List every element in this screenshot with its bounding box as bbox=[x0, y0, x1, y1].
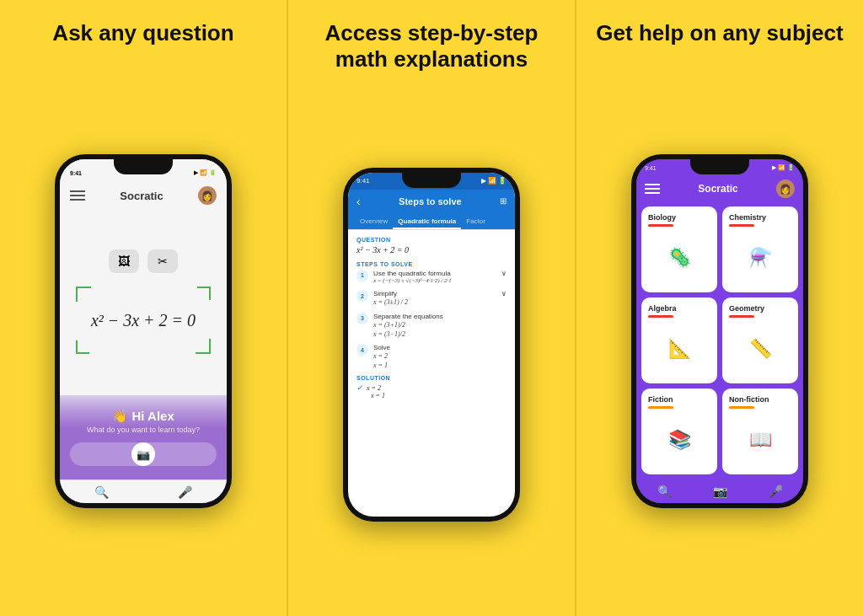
panel3-title: Get help on any subject bbox=[596, 20, 843, 46]
s2-step-title-1: Use the quadratic formula ∨ bbox=[373, 270, 507, 277]
s2-solution-item-1: ✓ x = 2 bbox=[356, 383, 507, 392]
s2-step-3: 3 Separate the equations x = (3+1)/2x = … bbox=[356, 313, 507, 339]
s3-algebra-bar bbox=[648, 315, 673, 318]
s2-share-icon[interactable]: ⊞ bbox=[500, 196, 507, 206]
s3-chemistry-title: Chemistry bbox=[729, 213, 791, 222]
s3-algebra-title: Algebra bbox=[648, 304, 710, 313]
s1-icon-row: 🖼 ✂ bbox=[109, 249, 178, 273]
s3-geometry-img: 📏 bbox=[729, 321, 791, 377]
phone3-screen: 9:41 ▶ 📶 🔋 Socratic 👩 bbox=[636, 159, 803, 503]
s3-menu-icon[interactable] bbox=[645, 184, 660, 194]
s2-tabs: Overview Quadratic formula Factor bbox=[348, 213, 515, 230]
s2-step-title-text-4: Solve bbox=[373, 344, 390, 351]
s2-step-title-4: Solve bbox=[373, 344, 507, 351]
s1-tab-search[interactable]: 🔍 bbox=[94, 485, 109, 499]
s3-tab-mic[interactable]: 🎤 bbox=[769, 485, 783, 498]
s2-steps-label: STEPS TO SOLVE bbox=[356, 261, 507, 267]
s2-content: QUESTION x² − 3x + 2 = 0 STEPS TO SOLVE … bbox=[348, 230, 515, 517]
s2-question: x² − 3x + 2 = 0 bbox=[356, 245, 507, 254]
s2-step-content-1: Use the quadratic formula ∨ x = (−(−3) ±… bbox=[373, 270, 507, 286]
s1-topbar: Socratic 👩 bbox=[60, 183, 227, 208]
s3-fiction-bar bbox=[648, 406, 673, 409]
s2-step-title-text-2: Simplify bbox=[373, 290, 397, 297]
menu-icon[interactable] bbox=[70, 190, 85, 201]
s2-solution-label: SOLUTION bbox=[356, 375, 507, 381]
s2-step-chevron-2[interactable]: ∨ bbox=[501, 290, 507, 297]
s1-scan-icon[interactable]: ✂ bbox=[147, 249, 178, 273]
s3-fiction-title: Fiction bbox=[648, 395, 710, 404]
phone1-notch bbox=[114, 159, 173, 174]
s2-topbar: ‹ Steps to solve ⊞ bbox=[348, 190, 515, 213]
s2-tab-factor[interactable]: Factor bbox=[461, 213, 490, 229]
panel-steps: Access step-by-step math explanations 9:… bbox=[288, 0, 575, 616]
s2-tab-overview[interactable]: Overview bbox=[355, 213, 393, 229]
s2-time: 9:41 bbox=[356, 177, 370, 185]
phone2-notch bbox=[402, 173, 461, 188]
s2-step-math-4: x = 2x = 1 bbox=[373, 351, 507, 370]
s3-card-biology[interactable]: Biology 🦠 bbox=[641, 206, 717, 292]
s1-tab-mic[interactable]: 🎤 bbox=[178, 485, 192, 499]
s2-step-4: 4 Solve x = 2x = 1 bbox=[356, 344, 507, 370]
s3-geometry-title: Geometry bbox=[729, 304, 791, 313]
s1-subtitle: What do you want to learn today? bbox=[87, 426, 200, 434]
s1-greeting: 👋 Hi Alex bbox=[112, 409, 174, 424]
s3-status-icons: ▶ 📶 🔋 bbox=[772, 164, 795, 171]
s2-solution-value-2: x = 1 bbox=[371, 392, 385, 399]
s3-biology-title: Biology bbox=[648, 213, 710, 222]
s3-subject-grid: Biology 🦠 Chemistry ⚗️ Algebra 📐 bbox=[636, 201, 803, 479]
s2-step-num-1: 1 bbox=[356, 270, 368, 281]
s2-step-chevron-1[interactable]: ∨ bbox=[501, 270, 507, 277]
s2-step-num-2: 2 bbox=[356, 290, 368, 302]
phone3-notch bbox=[690, 159, 749, 174]
panel-ask-question: Ask any question 9:41 ▶ 📶 🔋 Socratic 👩 bbox=[0, 0, 287, 616]
s2-step-num-4: 4 bbox=[356, 344, 368, 356]
s1-equation: x² − 3x + 2 = 0 bbox=[91, 311, 196, 330]
phone3-wrapper: 9:41 ▶ 📶 🔋 Socratic 👩 bbox=[590, 60, 850, 603]
s1-status-icons: ▶ 📶 🔋 bbox=[194, 169, 217, 176]
s3-card-chemistry[interactable]: Chemistry ⚗️ bbox=[722, 206, 798, 292]
s3-fiction-img: 📚 bbox=[648, 412, 710, 468]
s1-photo-icon[interactable]: 🖼 bbox=[109, 249, 139, 273]
viewfinder-corner-bl bbox=[76, 340, 89, 354]
s3-card-nonfiction[interactable]: Non-fiction 📖 bbox=[722, 388, 798, 474]
s3-geometry-bar bbox=[729, 315, 754, 318]
s1-avatar: 👩 bbox=[198, 186, 217, 205]
s2-step-2: 2 Simplify ∨ x = (3±1) / 2 bbox=[356, 290, 507, 307]
viewfinder-corner-tr bbox=[197, 287, 211, 300]
s3-card-algebra[interactable]: Algebra 📐 bbox=[641, 297, 717, 383]
s3-nonfiction-title: Non-fiction bbox=[729, 395, 791, 404]
s2-step-math-1: x = (−(−3) ± √(−3)²−4·1·2) / 2·1 bbox=[373, 277, 507, 286]
phone2: 9:41 ▶ 📶 🔋 ‹ Steps to solve ⊞ Overview Q… bbox=[343, 168, 520, 522]
s1-time: 9:41 bbox=[70, 170, 82, 176]
phone1-wrapper: 9:41 ▶ 📶 🔋 Socratic 👩 🖼 ✂ bbox=[13, 60, 273, 603]
s3-chemistry-bar bbox=[729, 224, 754, 227]
s1-camera-btn-row: 📷 bbox=[70, 442, 217, 466]
s3-app-title: Socratic bbox=[698, 183, 737, 195]
phone2-screen: 9:41 ▶ 📶 🔋 ‹ Steps to solve ⊞ Overview Q… bbox=[348, 173, 515, 517]
s3-biology-img: 🦠 bbox=[648, 230, 710, 286]
panel2-title: Access step-by-step math explanations bbox=[302, 20, 561, 72]
s2-step-content-4: Solve x = 2x = 1 bbox=[373, 344, 507, 370]
s2-step-1: 1 Use the quadratic formula ∨ x = (−(−3)… bbox=[356, 270, 507, 286]
s3-algebra-img: 📐 bbox=[648, 321, 710, 377]
s2-tab-quadratic[interactable]: Quadratic formula bbox=[393, 213, 461, 229]
s2-step-num-3: 3 bbox=[356, 313, 368, 324]
s2-step-title-text-1: Use the quadratic formula bbox=[373, 270, 451, 277]
phone2-wrapper: 9:41 ▶ 📶 🔋 ‹ Steps to solve ⊞ Overview Q… bbox=[302, 86, 561, 603]
s2-status-icons: ▶ 📶 🔋 bbox=[481, 177, 507, 185]
s1-camera-shutter[interactable]: 📷 bbox=[131, 442, 155, 466]
s3-card-geometry[interactable]: Geometry 📏 bbox=[722, 297, 798, 383]
s1-tabbar: 🔍 🎤 bbox=[60, 479, 227, 503]
s3-tab-search[interactable]: 🔍 bbox=[657, 485, 672, 498]
phone1-screen: 9:41 ▶ 📶 🔋 Socratic 👩 🖼 ✂ bbox=[60, 159, 227, 503]
s2-step-title-3: Separate the equations bbox=[373, 313, 507, 320]
s2-back-button[interactable]: ‹ bbox=[356, 195, 361, 208]
s2-question-label: QUESTION bbox=[356, 237, 507, 243]
s3-nonfiction-img: 📖 bbox=[729, 412, 791, 468]
s3-tab-camera[interactable]: 📷 bbox=[713, 485, 727, 498]
s3-nonfiction-bar bbox=[729, 406, 754, 409]
s3-card-fiction[interactable]: Fiction 📚 bbox=[641, 388, 717, 474]
s3-biology-bar bbox=[648, 224, 673, 227]
s3-chemistry-img: ⚗️ bbox=[729, 230, 791, 286]
s2-step-content-2: Simplify ∨ x = (3±1) / 2 bbox=[373, 290, 507, 307]
